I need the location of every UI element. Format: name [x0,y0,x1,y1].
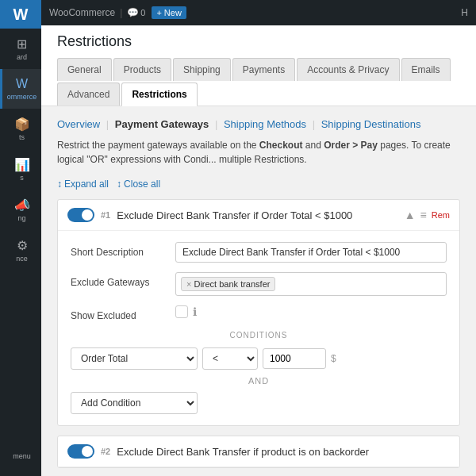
subnav-shipping-methods[interactable]: Shipping Methods [224,118,306,130]
close-all-button[interactable]: ↕ Close all [117,178,160,190]
tab-payments[interactable]: Payments [232,58,295,81]
tab-general[interactable]: General [57,58,112,81]
expand-all-label: Expand all [64,178,109,190]
conditions-section: CONDITIONS Order Total < $ AND [71,331,447,414]
dashboard-icon: ⊞ [17,36,27,52]
subnav-sep3: | [313,118,318,130]
analytics-icon: 📊 [14,157,30,172]
subnav-shipping-destinations[interactable]: Shipping Destinations [321,118,421,130]
expand-close-row: ↕ Expand all ↕ Close all [57,178,460,190]
toggle-knob [82,209,93,221]
condition-field-select[interactable]: Order Total [71,347,198,370]
gateway-tag-input[interactable]: × Direct bank transfer [175,272,447,296]
toggle-knob-2 [82,446,93,457]
sidebar-item-label: s [20,174,24,182]
sidebar-item-marketing[interactable]: 📣 ng [0,190,41,230]
restriction-1-body: Short Description Exclude Gateways × [58,231,459,425]
subnav-sep2: | [215,118,221,130]
tab-accounts-privacy[interactable]: Accounts & Privacy [297,58,399,81]
topbar-separator: | [120,7,122,18]
exclude-gateways-label: Exclude Gateways [71,272,166,288]
show-excluded-checkbox-row: ℹ [175,305,447,318]
condition-currency: $ [331,353,336,364]
comment-icon: 💬 [127,7,139,18]
content-area: Overview | Payment Gateways | Shipping M… [41,106,476,476]
short-description-field [175,242,447,263]
restriction-1-num: #1 [101,210,110,220]
sidebar-item-settings[interactable]: ⚙ nce [0,230,41,271]
restriction-1-move-down[interactable]: ≡ [420,209,427,221]
condition-value-input[interactable] [263,348,326,369]
tab-restrictions[interactable]: Restrictions [121,83,197,106]
menu-label: menu [13,452,31,460]
sidebar-item-dashboard[interactable]: ⊞ ard [0,29,41,69]
restriction-1-remove[interactable]: Rem [432,210,450,220]
show-excluded-checkbox[interactable] [175,305,188,318]
restriction-2-header: #2 Exclude Direct Bank Transfer if produ… [58,436,459,467]
sidebar-item-label: ard [17,53,27,61]
sidebar-item-woocommerce[interactable]: W ommerce [0,69,41,109]
expand-all-button[interactable]: ↕ Expand all [57,178,109,190]
add-condition-row: Add Condition [71,392,447,414]
restriction-card-1: #1 Exclude Direct Bank Transfer if Order… [57,199,460,426]
close-all-label: Close all [124,178,160,190]
add-condition-select[interactable]: Add Condition [71,392,198,414]
desc-bold1: Checkout [259,140,303,151]
tab-emails[interactable]: Emails [401,58,451,81]
subnav-overview[interactable]: Overview [57,118,100,130]
help-label: H [461,7,468,18]
restriction-2-title: Exclude Direct Bank Transfer if product … [117,446,450,458]
restriction-2-num: #2 [101,447,110,456]
products-icon: 📦 [14,117,30,132]
restriction-1-move-up[interactable]: ▲ [405,209,416,221]
restriction-2-toggle[interactable] [67,444,94,459]
short-description-row: Short Description [71,242,447,263]
new-button[interactable]: + New [152,6,186,19]
restriction-card-2: #2 Exclude Direct Bank Transfer if produ… [57,436,460,468]
woocommerce-icon: W [16,77,28,91]
sidebar-item-label: ts [19,133,25,141]
marketing-icon: 📣 [14,198,30,213]
info-icon[interactable]: ℹ [193,305,197,318]
short-description-label: Short Description [71,242,166,258]
sidebar-item-label: ng [17,214,25,222]
settings-icon: ⚙ [17,238,28,253]
tab-advanced[interactable]: Advanced [57,83,120,106]
comment-count: 0 [140,8,145,17]
conditions-label: CONDITIONS [71,331,447,340]
topbar: WooCommerce | 💬 0 + New H [41,0,476,25]
sidebar-item-label: ommerce [7,93,37,101]
tab-products[interactable]: Products [113,58,171,81]
wp-logo: W [13,6,29,24]
condition-operator-select[interactable]: < [202,347,258,370]
short-description-input[interactable] [175,242,447,263]
show-excluded-row: Show Excluded ℹ [71,305,447,321]
tag-remove-icon[interactable]: × [186,279,191,289]
page-title: Restrictions [57,33,460,50]
sub-nav: Overview | Payment Gateways | Shipping M… [57,118,460,130]
sidebar: W ⊞ ard W ommerce 📦 ts 📊 s 📣 ng ⚙ nce me… [0,0,41,476]
sidebar-top: W [0,0,41,29]
condition-row-1: Order Total < $ [71,347,447,370]
sidebar-item-menu[interactable]: menu [0,444,41,468]
sidebar-item-products[interactable]: 📦 ts [0,109,41,149]
exclude-gateways-row: Exclude Gateways × Direct bank transfer [71,272,447,296]
page: Restrictions General Products Shipping P… [41,25,476,476]
subnav-payment-gateways[interactable]: Payment Gateways [115,118,209,130]
description-text: Restrict the payment gateways available … [57,138,460,167]
topbar-brand: WooCommerce [49,7,115,18]
sidebar-item-analytics[interactable]: 📊 s [0,149,41,190]
gateway-tag: × Direct bank transfer [181,277,275,291]
restriction-1-toggle[interactable] [67,208,94,222]
sidebar-item-label: nce [16,255,28,263]
restriction-1-actions: ▲ ≡ Rem [405,209,450,221]
show-excluded-field: ℹ [175,305,447,318]
restriction-1-header: #1 Exclude Direct Bank Transfer if Order… [58,200,459,231]
restriction-1-title: Exclude Direct Bank Transfer if Order To… [117,209,397,221]
main-content: WooCommerce | 💬 0 + New H Restrictions G… [41,0,476,476]
page-header: Restrictions General Products Shipping P… [41,25,476,106]
subnav-sep1: | [106,118,112,130]
tab-shipping[interactable]: Shipping [173,58,231,81]
expand-icon: ↕ [57,178,62,190]
gateway-tag-label: Direct bank transfer [194,279,270,289]
